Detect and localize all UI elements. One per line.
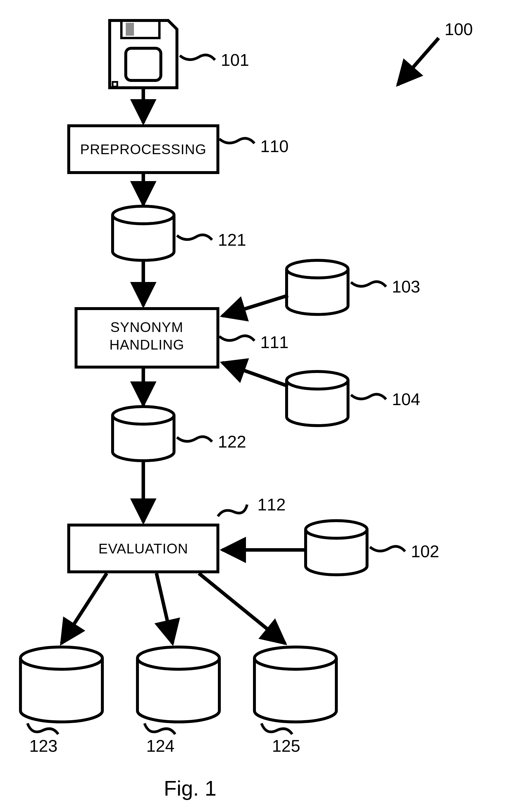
figure-caption: Fig. 1 — [164, 777, 216, 800]
svg-point-9 — [306, 521, 367, 538]
db-124 — [137, 647, 219, 722]
svg-point-8 — [112, 407, 174, 424]
ref-label-102: 102 — [411, 542, 439, 561]
arrow-103-to-syn — [222, 295, 288, 316]
ref-label-123: 123 — [29, 736, 58, 755]
label-synonym-1: SYNONYM — [110, 319, 183, 335]
leader-124 — [145, 723, 175, 734]
db-104 — [287, 371, 348, 426]
ref-label-122: 122 — [218, 432, 246, 451]
ref-label-124: 124 — [146, 736, 175, 755]
floppy-icon — [110, 21, 177, 88]
title-ref-arrow — [398, 38, 439, 85]
svg-point-10 — [21, 647, 102, 669]
arrow-eval-to-125 — [199, 573, 285, 644]
svg-line-0 — [398, 38, 439, 85]
arrow-104-to-syn — [222, 363, 288, 386]
arrow-eval-to-124 — [156, 573, 173, 644]
db-103 — [287, 260, 348, 314]
svg-point-6 — [287, 260, 348, 278]
svg-point-7 — [287, 371, 348, 389]
svg-rect-4 — [112, 82, 117, 86]
label-evaluation: EVALUATION — [99, 541, 188, 556]
ref-label-110: 110 — [260, 137, 289, 156]
ref-label-125: 125 — [272, 736, 301, 755]
ref-label-104: 104 — [392, 390, 420, 409]
leader-104 — [351, 394, 386, 399]
arrow-eval-to-123 — [61, 573, 107, 644]
ref-label-121: 121 — [218, 230, 246, 249]
svg-point-11 — [137, 647, 219, 669]
label-synonym-2: HANDLING — [109, 337, 184, 352]
leader-121 — [177, 235, 212, 240]
leader-111 — [219, 336, 255, 341]
leader-125 — [261, 723, 292, 734]
svg-rect-2 — [126, 23, 134, 36]
leader-101 — [180, 55, 215, 60]
svg-rect-3 — [126, 48, 161, 80]
ref-label-111: 111 — [260, 333, 289, 351]
leader-110 — [219, 138, 255, 143]
ref-label-103: 103 — [392, 277, 420, 296]
svg-point-5 — [112, 206, 174, 224]
diagram-canvas: 100 101 PREPROCESSING 110 121 103 SYN — [0, 0, 520, 812]
label-preprocessing: PREPROCESSING — [80, 141, 206, 157]
db-122 — [112, 407, 174, 461]
db-123 — [21, 647, 102, 722]
leader-122 — [177, 437, 212, 442]
svg-point-12 — [255, 647, 336, 669]
leader-112 — [218, 504, 247, 516]
ref-label-100: 100 — [445, 20, 473, 38]
leader-102 — [370, 546, 405, 551]
db-102 — [306, 521, 367, 575]
leader-103 — [351, 282, 386, 287]
ref-label-112: 112 — [257, 495, 286, 514]
db-125 — [255, 647, 336, 722]
db-121 — [112, 206, 174, 260]
ref-label-101: 101 — [221, 50, 249, 69]
leader-123 — [27, 723, 58, 734]
